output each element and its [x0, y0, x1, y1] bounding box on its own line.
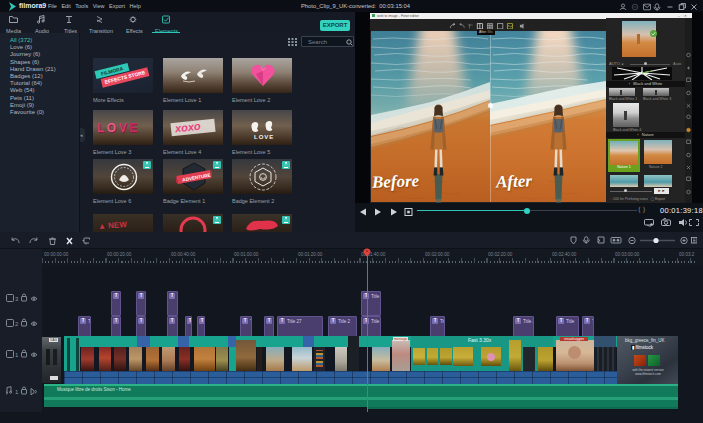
svg-text:2: 2: [15, 321, 19, 327]
svg-text:3: 3: [15, 296, 19, 302]
svg-text:1: 1: [15, 352, 19, 358]
svg-text:1: 1: [15, 389, 19, 395]
svg-text:LOVE: LOVE: [254, 134, 274, 140]
